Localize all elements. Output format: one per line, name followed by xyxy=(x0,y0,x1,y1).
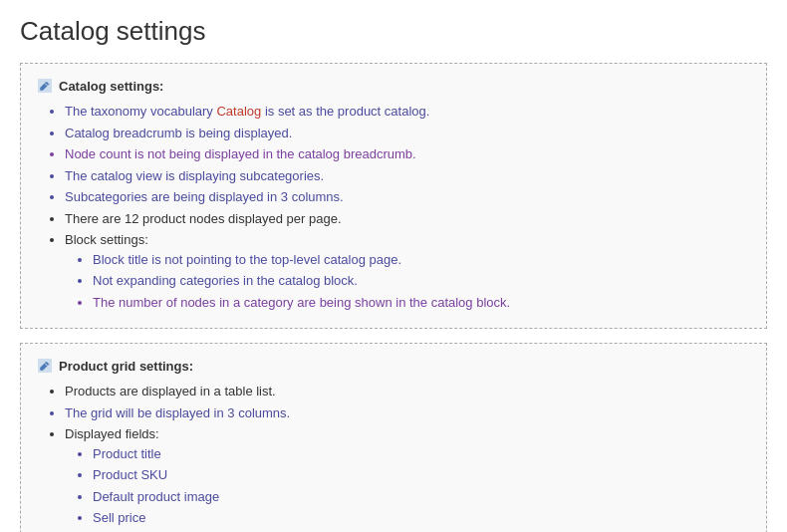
list-item: Product SKU xyxy=(93,465,750,485)
list-item-displayed-fields: Displayed fields: Product title Product … xyxy=(65,424,750,532)
product-grid-settings-list: Products are displayed in a table list. … xyxy=(37,382,750,532)
list-item: Products are displayed in a table list. xyxy=(65,382,750,401)
block-settings-list: Block title is not pointing to the top-l… xyxy=(65,250,750,313)
edit-icon[interactable] xyxy=(37,78,53,94)
list-item: The grid will be displayed in 3 columns. xyxy=(65,403,750,423)
list-item: Subcategories are being displayed in 3 c… xyxy=(65,187,750,207)
list-item: The catalog view is displaying subcatego… xyxy=(65,166,750,186)
edit-icon-2[interactable] xyxy=(37,358,53,374)
list-item: Product title xyxy=(93,444,750,464)
catalog-settings-title: Catalog settings: xyxy=(59,79,163,94)
list-item: Node count is not being displayed in the… xyxy=(65,144,750,164)
list-item: The number of nodes in a category are be… xyxy=(93,293,750,313)
product-grid-settings-title: Product grid settings: xyxy=(59,359,193,374)
list-item: Catalog breadcrumb is being displayed. xyxy=(65,124,750,143)
list-item-block-settings: Block settings: Block title is not point… xyxy=(65,230,750,312)
displayed-fields-list: Product title Product SKU Default produc… xyxy=(65,444,750,533)
list-item: Sell price xyxy=(93,508,750,528)
catalog-settings-section: Catalog settings: The taxonomy vocabular… xyxy=(20,63,767,329)
catalog-settings-list: The taxonomy vocabulary Catalog is set a… xyxy=(37,102,750,312)
list-item: Default product image xyxy=(93,487,750,507)
list-item: The taxonomy vocabulary Catalog is set a… xyxy=(65,102,750,122)
catalog-link[interactable]: Catalog xyxy=(216,104,261,119)
list-item: Block title is not pointing to the top-l… xyxy=(93,250,750,270)
page-title: Catalog settings xyxy=(20,16,767,47)
list-item: There are 12 product nodes displayed per… xyxy=(65,209,750,229)
product-grid-settings-header: Product grid settings: xyxy=(37,358,750,374)
list-item: Not expanding categories in the catalog … xyxy=(93,271,750,291)
product-grid-settings-section: Product grid settings: Products are disp… xyxy=(20,343,767,532)
catalog-settings-header: Catalog settings: xyxy=(37,78,750,94)
